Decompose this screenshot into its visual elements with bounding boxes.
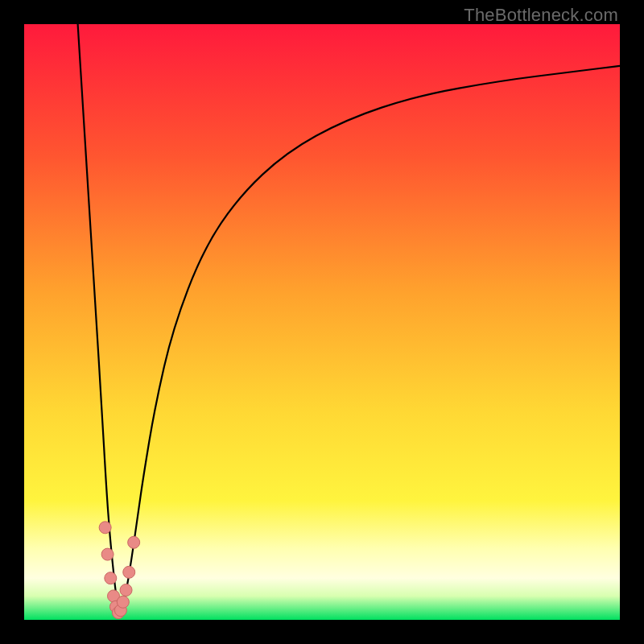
curve-right-branch <box>119 66 620 615</box>
marker-dot <box>101 548 114 560</box>
marker-dot <box>117 596 129 608</box>
curve-left-branch <box>78 24 120 615</box>
marker-dot <box>128 536 140 548</box>
marker-dot <box>99 522 111 534</box>
watermark-text: TheBottleneck.com <box>464 5 618 26</box>
marker-dot <box>120 584 132 597</box>
curve-layer <box>24 24 620 620</box>
chart-frame: TheBottleneck.com <box>0 0 644 644</box>
plot-area <box>24 24 620 620</box>
marker-dot <box>105 572 117 584</box>
marker-cluster <box>99 522 140 619</box>
marker-dot <box>123 566 135 578</box>
